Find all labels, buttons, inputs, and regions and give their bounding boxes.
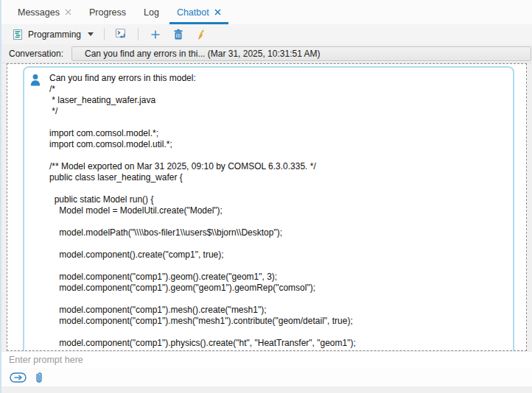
add-icon [149,28,161,40]
tab-bar: Messages Progress Log Chatbot [1,0,532,24]
conversation-select[interactable]: Can you find any errors in thi... (Mar 3… [71,46,531,61]
user-avatar-icon [29,74,41,86]
tab-progress[interactable]: Progress [80,0,135,24]
insert-into-console-button[interactable] [112,26,130,42]
script-icon [11,28,24,40]
prompt-row [1,351,532,368]
tab-log-label: Log [144,7,159,18]
conversation-label: Conversation: [9,49,71,59]
chevron-down-icon [88,32,94,36]
attach-button[interactable] [34,371,44,384]
send-icon [10,372,27,383]
chat-area: Can you find any errors in this model: /… [1,63,532,351]
mode-dropdown[interactable]: Programming [8,26,97,42]
close-icon[interactable] [214,9,221,15]
delete-conversation-button[interactable] [169,26,187,42]
tab-chatbot-label: Chatbot [177,7,209,18]
prompt-input[interactable] [1,352,532,368]
chat-history[interactable]: Can you find any errors in this model: /… [7,63,527,351]
tab-chatbot[interactable]: Chatbot [168,0,230,24]
send-button[interactable] [10,372,27,383]
insert-into-console-icon [115,28,127,40]
chatbot-toolbar: Programming [1,24,532,44]
composer-bar [1,368,532,386]
toolbar-separator [138,28,139,40]
toolbar-separator [104,28,105,40]
close-icon[interactable] [65,9,71,15]
tab-messages[interactable]: Messages [9,0,80,24]
tab-messages-label: Messages [18,7,60,18]
user-message-bubble: Can you find any errors in this model: /… [23,66,514,351]
trash-icon [172,28,184,40]
tab-progress-label: Progress [89,7,126,18]
paperclip-icon [34,371,44,384]
window-bottom-strip [1,386,532,393]
user-message-text: Can you find any errors in this model: /… [49,73,505,349]
mode-dropdown-label: Programming [28,29,81,40]
broom-icon [195,28,207,40]
tab-log[interactable]: Log [135,0,168,24]
add-conversation-button[interactable] [146,26,164,42]
clear-conversation-button[interactable] [192,26,210,42]
conversation-selected-value: Can you find any errors in thi... (Mar 3… [85,49,321,59]
conversation-row: Conversation: Can you find any errors in… [1,44,532,63]
